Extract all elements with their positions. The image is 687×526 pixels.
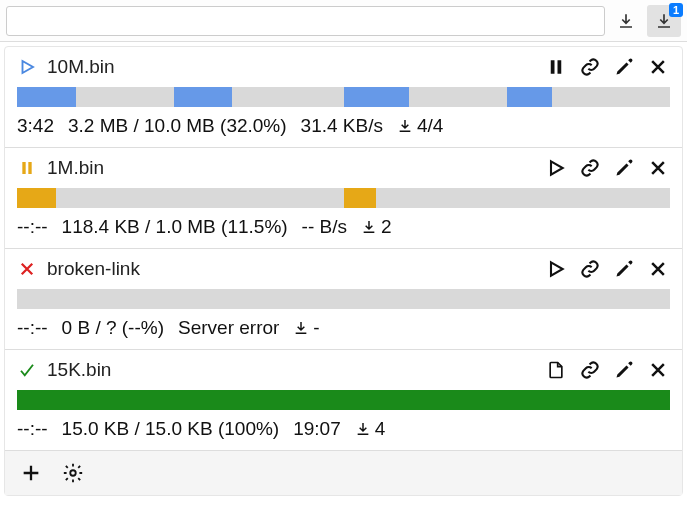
paused-status-icon <box>17 159 37 177</box>
progress-bar <box>17 390 670 410</box>
edit-button[interactable] <box>612 257 636 281</box>
download-filename: 10M.bin <box>47 56 534 78</box>
play-button[interactable] <box>544 257 568 281</box>
badge-count: 1 <box>669 3 683 17</box>
speed: 19:07 <box>293 418 341 440</box>
downloads-native-icon[interactable] <box>609 5 643 37</box>
link-button[interactable] <box>578 55 602 79</box>
browser-toolbar: 1 <box>0 0 687 42</box>
close-button[interactable] <box>646 358 670 382</box>
speed: -- B/s <box>302 216 347 238</box>
connections: - <box>293 317 319 339</box>
size-progress: 0 B / ? (--%) <box>62 317 164 339</box>
progress-bar <box>17 87 670 107</box>
download-item: 1M.bin--:--118.4 KB / 1.0 MB (11.5%)-- B… <box>5 148 682 249</box>
play-button[interactable] <box>544 156 568 180</box>
time-remaining: --:-- <box>17 216 48 238</box>
downloads-panel: 10M.bin3:423.2 MB / 10.0 MB (32.0%)31.4 … <box>4 46 683 496</box>
progress-bar <box>17 289 670 309</box>
download-filename: 1M.bin <box>47 157 534 179</box>
file-button[interactable] <box>544 358 568 382</box>
close-button[interactable] <box>646 257 670 281</box>
link-button[interactable] <box>578 156 602 180</box>
download-arrow-icon <box>293 320 309 336</box>
playing-status-icon <box>17 58 37 76</box>
download-filename: broken-link <box>47 258 534 280</box>
size-progress: 15.0 KB / 15.0 KB (100%) <box>62 418 280 440</box>
progress-bar <box>17 188 670 208</box>
add-button[interactable] <box>17 459 45 487</box>
url-bar[interactable] <box>6 6 605 36</box>
speed: Server error <box>178 317 279 339</box>
speed: 31.4 KB/s <box>301 115 383 137</box>
time-remaining: --:-- <box>17 317 48 339</box>
connections: 4/4 <box>397 115 443 137</box>
pause-button[interactable] <box>544 55 568 79</box>
connections: 4 <box>355 418 386 440</box>
edit-button[interactable] <box>612 358 636 382</box>
panel-footer <box>5 451 682 495</box>
svg-rect-2 <box>22 162 25 174</box>
download-item: broken-link--:--0 B / ? (--%)Server erro… <box>5 249 682 350</box>
settings-button[interactable] <box>59 459 87 487</box>
download-arrow-icon <box>397 118 413 134</box>
downloads-extension-icon[interactable]: 1 <box>647 5 681 37</box>
svg-rect-0 <box>551 60 555 74</box>
error-status-icon <box>17 260 37 278</box>
size-progress: 118.4 KB / 1.0 MB (11.5%) <box>62 216 288 238</box>
close-button[interactable] <box>646 156 670 180</box>
svg-rect-1 <box>558 60 562 74</box>
edit-button[interactable] <box>612 156 636 180</box>
edit-button[interactable] <box>612 55 636 79</box>
close-button[interactable] <box>646 55 670 79</box>
link-button[interactable] <box>578 257 602 281</box>
size-progress: 3.2 MB / 10.0 MB (32.0%) <box>68 115 287 137</box>
svg-rect-3 <box>28 162 31 174</box>
download-arrow-icon <box>361 219 377 235</box>
download-arrow-icon <box>355 421 371 437</box>
time-remaining: 3:42 <box>17 115 54 137</box>
svg-point-4 <box>70 470 76 476</box>
download-item: 15K.bin--:--15.0 KB / 15.0 KB (100%)19:0… <box>5 350 682 451</box>
connections: 2 <box>361 216 392 238</box>
time-remaining: --:-- <box>17 418 48 440</box>
link-button[interactable] <box>578 358 602 382</box>
download-item: 10M.bin3:423.2 MB / 10.0 MB (32.0%)31.4 … <box>5 47 682 148</box>
done-status-icon <box>17 361 37 379</box>
download-filename: 15K.bin <box>47 359 534 381</box>
